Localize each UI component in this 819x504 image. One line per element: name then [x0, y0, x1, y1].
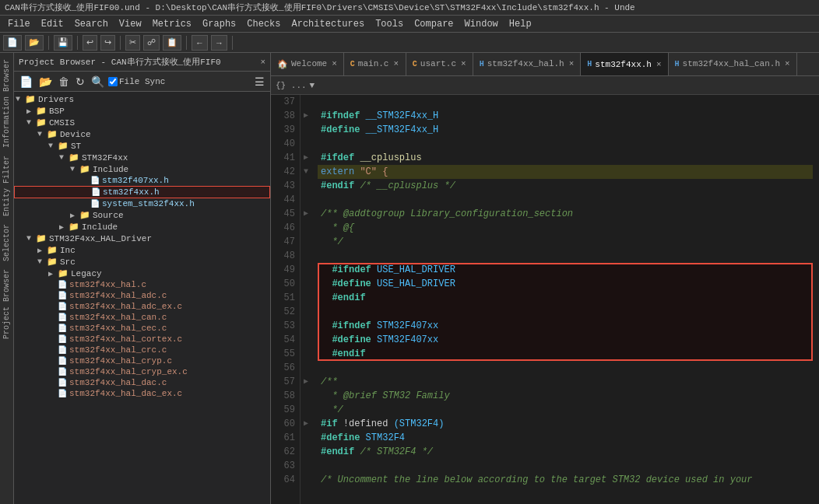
menu-item-graphs[interactable]: Graphs [198, 17, 241, 31]
menu-item-view[interactable]: View [114, 17, 146, 31]
menu-item-window[interactable]: Window [460, 17, 503, 31]
toolbar-paste[interactable]: 📋 [163, 35, 181, 51]
menu-item-help[interactable]: Help [504, 17, 536, 31]
toolbar-new[interactable]: 📄 [3, 35, 22, 51]
new-folder-btn[interactable]: 📂 [37, 75, 54, 89]
tab-close-1[interactable]: × [393, 59, 399, 68]
tab-close-4[interactable]: × [656, 60, 662, 69]
code-line-55: #endif [318, 347, 813, 361]
tree-item-bsp[interactable]: ▶📁BSP [14, 105, 270, 117]
tab-usart-c[interactable]: Cusart.c× [406, 53, 473, 75]
toolbar-copy[interactable]: ☍ [143, 35, 160, 51]
tab-close-0[interactable]: × [332, 59, 337, 68]
tree-arrow-stm32f4xx: ▼ [59, 153, 69, 162]
toolbar-save[interactable]: 💾 [54, 35, 72, 51]
code-wrapper: #ifndef __STM32F4xx_H#define __STM32F4xx… [318, 95, 813, 487]
menu-item-search[interactable]: Search [70, 17, 113, 31]
panel-menu-btn[interactable]: ☰ [252, 75, 267, 89]
line-number-44: 44 [271, 193, 295, 207]
search-btn[interactable]: 🔍 [89, 75, 107, 89]
tree-item-drivers[interactable]: ▼📁Drivers [14, 93, 270, 105]
folder-icon-include2: 📁 [69, 222, 79, 232]
menu-item-tools[interactable]: Tools [371, 17, 408, 31]
tree-item-legacy[interactable]: ▶📁Legacy [14, 268, 270, 279]
token: #define [321, 124, 360, 135]
tree-item-stm32f4xx_hal_dac_ex_c[interactable]: 📄stm32f4xx_hal_dac_ex.c [14, 388, 270, 399]
tab-stm32f4xx-h[interactable]: Hstm32f4xx.h× [581, 53, 668, 75]
tree-item-stm32f4xx_hal_driver[interactable]: ▼📁STM32F4xx_HAL_Driver [14, 233, 270, 244]
tree-item-stm32f4xx_hal_crc_c[interactable]: 📄stm32f4xx_hal_crc.c [14, 345, 270, 355]
code-line-59: */ [318, 403, 813, 417]
folder-icon-cmsis: 📁 [36, 117, 47, 128]
vtab-entity-filter[interactable]: Entity Filter [1, 152, 12, 219]
tab-main-c[interactable]: Cmain.c× [344, 53, 406, 75]
toolbar-fwd[interactable]: → [211, 35, 227, 51]
new-file-btn[interactable]: 📄 [17, 75, 35, 89]
tree-item-source[interactable]: ▶📁Source [14, 209, 270, 221]
fold-62 [301, 445, 311, 459]
tree-item-stm32f4xx_hal_can_c[interactable]: 📄stm32f4xx_hal_can.c [14, 312, 270, 323]
tab-welcome-label: 🏠 [277, 59, 288, 69]
menu-item-edit[interactable]: Edit [37, 17, 69, 31]
code-line-58: * @brief STM32 Family [318, 389, 813, 403]
tree-item-stm32f4xx_hal_adc_ex_c[interactable]: 📄stm32f4xx_hal_adc_ex.c [14, 301, 270, 312]
tree-container[interactable]: ▼📁Drivers▶📁BSP▼📁CMSIS▼📁Device▼📁ST▼📁STM32… [14, 92, 270, 504]
tree-item-inc[interactable]: ▶📁Inc [14, 244, 270, 256]
dropdown-arrow[interactable]: ▼ [310, 81, 315, 90]
tree-item-stm32f407xx_h[interactable]: 📄stm32f407xx.h [14, 175, 270, 186]
code-area[interactable]: 3738394041424344454647484950515253545556… [271, 95, 819, 504]
tree-item-stm32f4xx_hal_cryp_ex_c[interactable]: 📄stm32f4xx_hal_cryp_ex.c [14, 366, 270, 377]
tab-close-2[interactable]: × [461, 59, 466, 68]
delete-btn[interactable]: 🗑 [56, 75, 72, 89]
menu-item-checks[interactable]: Checks [242, 17, 285, 31]
vtab-project-browser[interactable]: Project Browser [1, 266, 12, 342]
code-content[interactable]: #ifndef __STM32F4xx_H#define __STM32F4xx… [311, 95, 819, 504]
tree-item-stm32f4xx_hal_cryp_c[interactable]: 📄stm32f4xx_hal_cryp.c [14, 355, 270, 366]
tree-item-include[interactable]: ▼📁Include [14, 163, 270, 175]
panel-close-icon[interactable]: × [260, 58, 265, 67]
tree-label-stm32f4xx_hal_dac_c: stm32f4xx_hal_dac.c [69, 378, 167, 387]
tree-arrow-stm32f4xx_hal_driver: ▼ [26, 234, 36, 243]
toolbar-open[interactable]: 📂 [25, 35, 44, 51]
refresh-btn[interactable]: ↻ [73, 75, 87, 89]
token: USE_HAL_DRIVER [371, 278, 455, 289]
menu-item-compare[interactable]: Compare [410, 17, 458, 31]
file-sync-checkbox[interactable] [108, 77, 118, 86]
menu-item-architectures[interactable]: Architectures [287, 17, 370, 31]
tab-close-5[interactable]: × [785, 59, 790, 68]
toolbar-cut[interactable]: ✂ [125, 35, 140, 51]
tree-item-include2[interactable]: ▶📁Include [14, 221, 270, 233]
toolbar-back[interactable]: ← [192, 35, 208, 51]
tree-item-stm32f4xx[interactable]: ▼📁STM32F4xx [14, 152, 270, 163]
tree-item-stm32f4xx_hal_c[interactable]: 📄stm32f4xx_hal.c [14, 279, 270, 290]
tree-item-stm32f4xx_hal_cec_c[interactable]: 📄stm32f4xx_hal_cec.c [14, 323, 270, 334]
tree-item-device[interactable]: ▼📁Device [14, 128, 270, 140]
tree-item-stm32f4xx_hal_adc_c[interactable]: 📄stm32f4xx_hal_adc.c [14, 290, 270, 301]
tab-stm32f4xx_hal-h[interactable]: Hstm32f4xx_hal.h× [473, 53, 582, 75]
tree-item-st[interactable]: ▼📁ST [14, 140, 270, 152]
token: STM32F407xx [371, 334, 438, 345]
toolbar-redo[interactable]: ↪ [100, 35, 115, 51]
tree-item-stm32f4xx_hal_dac_c[interactable]: 📄stm32f4xx_hal_dac.c [14, 377, 270, 388]
fold-45: ▶ [301, 207, 311, 221]
vtab-information-browser[interactable]: Information Browser [1, 56, 12, 151]
menu-item-file[interactable]: File [3, 17, 35, 31]
fold-51 [301, 291, 311, 305]
tab-stm32f4xx_hal_can-h[interactable]: Hstm32f4xx_hal_can.h× [669, 53, 797, 75]
vtab-selector[interactable]: Selector [1, 221, 12, 264]
braces-label[interactable]: {} ... [276, 81, 307, 90]
tree-item-stm32f4xx_h[interactable]: 📄stm32f4xx.h [14, 186, 270, 198]
tab-close-3[interactable]: × [569, 59, 575, 68]
tree-item-cmsis[interactable]: ▼📁CMSIS [14, 117, 270, 128]
token: #define [321, 334, 371, 345]
folder-icon-stm32f4xx: 📁 [69, 152, 79, 163]
tree-item-src[interactable]: ▼📁Src [14, 256, 270, 268]
tab-Welcome[interactable]: 🏠 Welcome× [271, 53, 344, 75]
toolbar-undo[interactable]: ↩ [83, 35, 97, 51]
title-bar: CAN串行方式接收_使用FIF00.und - D:\Desktop\CAN串行… [0, 0, 819, 16]
tree-item-stm32f4xx_hal_cortex_c[interactable]: 📄stm32f4xx_hal_cortex.c [14, 334, 270, 345]
tree-label-include: Include [93, 165, 128, 174]
code-line-42: extern "C" { [318, 165, 813, 179]
tree-item-system_stm32f4xx_h[interactable]: 📄system_stm32f4xx.h [14, 198, 270, 209]
menu-item-metrics[interactable]: Metrics [148, 17, 196, 31]
